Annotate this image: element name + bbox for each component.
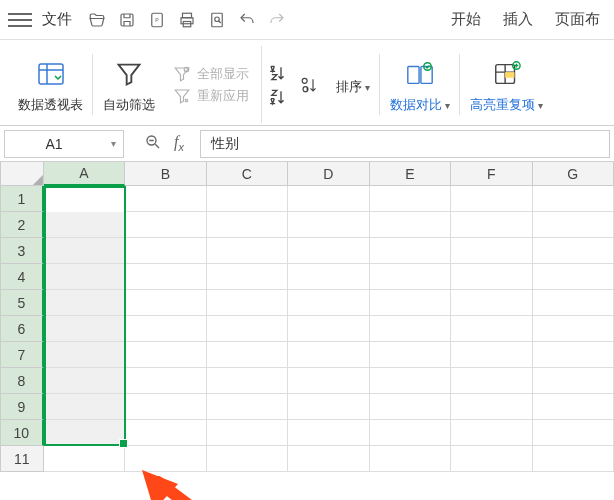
cell[interactable] xyxy=(125,186,206,212)
sort-asc-button[interactable] xyxy=(266,63,286,83)
cell[interactable] xyxy=(288,186,369,212)
cell[interactable] xyxy=(207,368,288,394)
cell[interactable] xyxy=(451,316,532,342)
pivot-table-button[interactable]: 数据透视表 xyxy=(8,46,93,123)
chevron-down-icon[interactable]: ▾ xyxy=(103,138,123,149)
col-header-F[interactable]: F xyxy=(451,162,532,186)
cell[interactable] xyxy=(288,316,369,342)
cell[interactable] xyxy=(44,368,125,394)
row-header[interactable]: 1 xyxy=(0,186,44,212)
cell[interactable] xyxy=(207,342,288,368)
cell[interactable] xyxy=(451,186,532,212)
cell[interactable] xyxy=(370,342,451,368)
cell[interactable] xyxy=(533,368,614,394)
row-header[interactable]: 3 xyxy=(0,238,44,264)
cell[interactable] xyxy=(288,342,369,368)
cell[interactable] xyxy=(533,290,614,316)
row-header[interactable]: 2 xyxy=(0,212,44,238)
print-preview-icon[interactable] xyxy=(206,9,228,31)
cell[interactable] xyxy=(533,238,614,264)
cell[interactable] xyxy=(451,238,532,264)
auto-filter-button[interactable]: 自动筛选 xyxy=(93,46,165,123)
redo-icon[interactable] xyxy=(266,9,288,31)
menu-file[interactable]: 文件 xyxy=(42,10,72,29)
cell[interactable] xyxy=(288,264,369,290)
col-header-A[interactable]: A xyxy=(44,162,125,186)
undo-icon[interactable] xyxy=(236,9,258,31)
cell[interactable] xyxy=(370,394,451,420)
cell[interactable] xyxy=(207,420,288,446)
cell[interactable] xyxy=(451,264,532,290)
fx-icon[interactable]: fx xyxy=(174,133,184,155)
cell[interactable] xyxy=(533,186,614,212)
save-icon[interactable] xyxy=(116,9,138,31)
tab-start[interactable]: 开始 xyxy=(451,10,481,29)
cell[interactable] xyxy=(44,290,125,316)
cell[interactable] xyxy=(288,212,369,238)
row-header[interactable]: 7 xyxy=(0,342,44,368)
cell[interactable] xyxy=(44,394,125,420)
tab-layout[interactable]: 页面布 xyxy=(555,10,600,29)
cell[interactable] xyxy=(451,420,532,446)
tab-insert[interactable]: 插入 xyxy=(503,10,533,29)
cell[interactable] xyxy=(533,264,614,290)
cell[interactable] xyxy=(207,290,288,316)
cell[interactable] xyxy=(533,446,614,472)
cell[interactable] xyxy=(288,238,369,264)
cell[interactable] xyxy=(207,186,288,212)
cell[interactable] xyxy=(44,238,125,264)
select-all-corner[interactable] xyxy=(0,162,44,186)
cell[interactable] xyxy=(125,368,206,394)
cell[interactable] xyxy=(370,264,451,290)
cell[interactable] xyxy=(207,264,288,290)
cell[interactable] xyxy=(207,238,288,264)
cell[interactable] xyxy=(44,264,125,290)
cell[interactable] xyxy=(370,238,451,264)
cell[interactable] xyxy=(288,394,369,420)
cell[interactable] xyxy=(533,316,614,342)
cell[interactable] xyxy=(370,446,451,472)
row-header[interactable]: 4 xyxy=(0,264,44,290)
cell[interactable] xyxy=(451,290,532,316)
cell[interactable] xyxy=(288,446,369,472)
cell[interactable] xyxy=(125,446,206,472)
spreadsheet-grid[interactable]: A B C D E F G 1性别234567891011 xyxy=(0,162,614,472)
row-header[interactable]: 10 xyxy=(0,420,44,446)
col-header-B[interactable]: B xyxy=(125,162,206,186)
cell[interactable] xyxy=(125,290,206,316)
cell[interactable]: 性别 xyxy=(44,186,125,212)
cell[interactable] xyxy=(125,316,206,342)
zoom-icon[interactable] xyxy=(144,133,162,155)
reapply-button[interactable]: 重新应用 xyxy=(173,87,249,105)
cell[interactable] xyxy=(370,368,451,394)
cell[interactable] xyxy=(370,420,451,446)
print-icon[interactable] xyxy=(176,9,198,31)
cell[interactable] xyxy=(125,212,206,238)
name-box[interactable]: A1 ▾ xyxy=(4,130,124,158)
cell[interactable] xyxy=(207,446,288,472)
cell[interactable] xyxy=(288,368,369,394)
cell[interactable] xyxy=(370,316,451,342)
col-header-D[interactable]: D xyxy=(288,162,369,186)
data-compare-button[interactable]: 数据对比▾ xyxy=(380,46,460,123)
cell[interactable] xyxy=(44,342,125,368)
hamburger-menu-icon[interactable] xyxy=(8,8,32,32)
cell[interactable] xyxy=(451,394,532,420)
cell[interactable] xyxy=(207,316,288,342)
highlight-dup-button[interactable]: 高亮重复项▾ xyxy=(460,46,553,123)
cell[interactable] xyxy=(370,212,451,238)
cell[interactable] xyxy=(533,212,614,238)
cell[interactable] xyxy=(125,264,206,290)
col-header-G[interactable]: G xyxy=(533,162,614,186)
col-header-C[interactable]: C xyxy=(207,162,288,186)
col-header-E[interactable]: E xyxy=(370,162,451,186)
cell[interactable] xyxy=(533,420,614,446)
sort-button[interactable]: 排序▾ xyxy=(326,46,380,123)
row-header[interactable]: 6 xyxy=(0,316,44,342)
cell[interactable] xyxy=(451,212,532,238)
formula-input[interactable]: 性别 xyxy=(200,130,610,158)
cell[interactable] xyxy=(533,394,614,420)
cell[interactable] xyxy=(44,316,125,342)
cell[interactable] xyxy=(125,342,206,368)
cell[interactable] xyxy=(451,368,532,394)
